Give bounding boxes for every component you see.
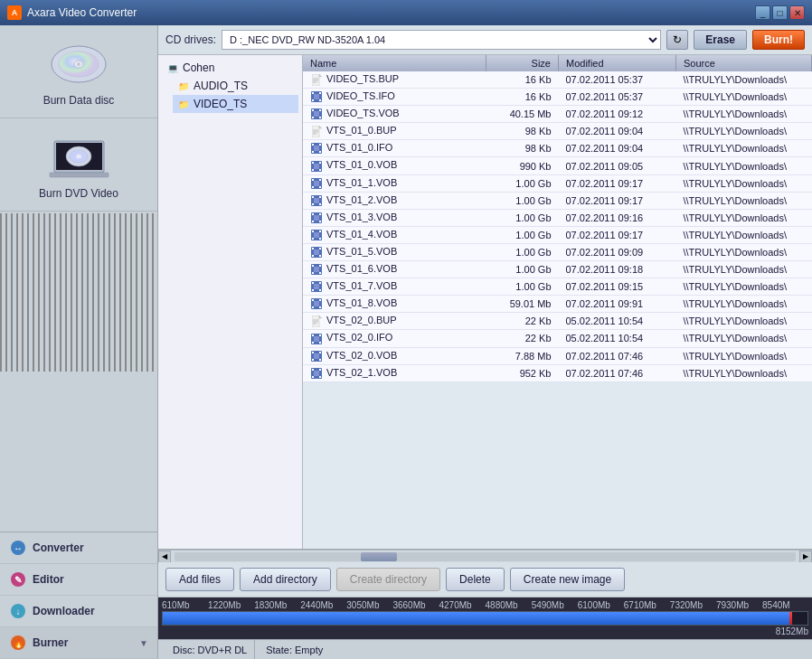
table-row[interactable]: VTS_02_0.VOB 7.88 Mb 07.02.2011 07:46 \\… <box>303 347 812 364</box>
add-directory-button[interactable]: Add directory <box>240 568 331 591</box>
nav-editor[interactable]: ✎ Editor <box>0 564 157 596</box>
svg-point-8 <box>76 154 81 158</box>
table-row[interactable]: VIDEO_TS.VOB 40.15 Mb 07.02.2011 09:12 \… <box>303 106 812 123</box>
nav-burner-label: Burner <box>33 636 68 649</box>
svg-rect-43 <box>319 144 321 146</box>
svg-rect-63 <box>314 198 319 203</box>
svg-rect-91 <box>319 282 321 284</box>
horizontal-scrollbar[interactable]: ◀ ▶ <box>158 550 812 562</box>
cell-name: VTS_01_7.VOB <box>303 278 486 296</box>
burn-dvd-video-item[interactable]: Burn DVD Video <box>0 118 157 212</box>
svg-rect-87 <box>314 267 319 272</box>
table-row[interactable]: VTS_01_5.VOB 1.00 Gb 07.02.2011 09:09 \\… <box>303 243 812 260</box>
svg-rect-107 <box>312 342 314 344</box>
main-container: Burn Data disc Burn <box>0 25 812 659</box>
create-new-image-button[interactable]: Create new image <box>510 568 625 591</box>
scroll-right-arrow[interactable]: ▶ <box>799 551 812 563</box>
burner-icon: 🔥 <box>9 634 27 652</box>
col-name[interactable]: Name <box>303 55 486 71</box>
table-row[interactable]: VTS_02_0.BUP 22 Kb 05.02.2011 10:54 \\TR… <box>303 313 812 330</box>
cell-size: 990 Kb <box>486 157 559 174</box>
svg-rect-112 <box>312 352 314 353</box>
folder-icon-video: 📁 <box>176 97 191 111</box>
table-row[interactable]: VTS_01_6.VOB 1.00 Gb 07.02.2011 09:18 \\… <box>303 261 812 278</box>
table-row[interactable]: VTS_01_0.VOB 990 Kb 07.02.2011 09:05 \\T… <box>303 157 812 174</box>
capacity-label-item: 3660Mb <box>392 600 439 610</box>
table-row[interactable]: VTS_02_1.VOB 952 Kb 07.02.2011 07:46 \\T… <box>303 364 812 381</box>
minimize-button[interactable]: _ <box>755 5 770 20</box>
svg-rect-110 <box>314 336 319 342</box>
cell-source: \\TRULYLY\Downloads\ <box>676 157 812 174</box>
table-row[interactable]: VIDEO_TS.BUP 16 Kb 07.02.2011 05:37 \\TR… <box>303 71 812 89</box>
cell-name: VTS_02_0.VOB <box>303 347 486 364</box>
close-button[interactable]: ✕ <box>789 5 805 20</box>
col-modified[interactable]: Modified <box>559 55 676 71</box>
cell-source: \\TRULYLY\Downloads\ <box>676 89 812 106</box>
cell-modified: 07.02.2011 09:91 <box>559 296 676 313</box>
cell-modified: 07.02.2011 09:04 <box>559 123 676 140</box>
table-row[interactable]: VTS_01_1.VOB 1.00 Gb 07.02.2011 09:17 \\… <box>303 174 812 192</box>
burn-data-disc-item[interactable]: Burn Data disc <box>0 25 157 118</box>
col-size[interactable]: Size <box>486 55 559 71</box>
maximize-button[interactable]: □ <box>772 5 788 20</box>
erase-button[interactable]: Erase <box>694 30 747 50</box>
title-bar: A Axara Video Converter _ □ ✕ <box>0 0 812 25</box>
nav-section: ↔ Converter ✎ Editor <box>0 532 157 659</box>
tree-audio-ts[interactable]: 📁 AUDIO_TS <box>173 77 298 95</box>
tree-video-ts[interactable]: 📁 VIDEO_TS <box>173 95 298 113</box>
cell-modified: 07.02.2011 07:46 <box>559 347 676 364</box>
cell-size: 1.00 Gb <box>486 192 559 209</box>
cell-size: 1.00 Gb <box>486 243 559 260</box>
svg-rect-55 <box>319 179 321 181</box>
table-row[interactable]: VTS_01_3.VOB 1.00 Gb 07.02.2011 09:16 \\… <box>303 209 812 226</box>
scroll-left-arrow[interactable]: ◀ <box>158 551 171 563</box>
table-row[interactable]: VTS_01_8.VOB 59.01 Mb 07.02.2011 09:91 \… <box>303 296 812 313</box>
capacity-label-item: 4270Mb <box>439 600 485 610</box>
cell-modified: 07.02.2011 09:09 <box>559 243 676 260</box>
add-files-button[interactable]: Add files <box>165 568 234 591</box>
table-row[interactable]: VIDEO_TS.IFO 16 Kb 07.02.2011 05:37 \\TR… <box>303 89 812 106</box>
film-icon <box>310 297 323 310</box>
svg-point-3 <box>77 62 80 66</box>
nav-burner[interactable]: 🔥 Burner ▼ <box>0 627 157 659</box>
cell-name: VTS_02_0.BUP <box>303 313 486 330</box>
svg-rect-62 <box>319 203 321 205</box>
table-row[interactable]: VTS_02_0.IFO 22 Kb 05.02.2011 10:54 \\TR… <box>303 330 812 347</box>
nav-downloader[interactable]: ↓ Downloader <box>0 596 157 627</box>
table-row[interactable]: VTS_01_0.IFO 98 Kb 07.02.2011 09:04 \\TR… <box>303 140 812 157</box>
tree-root[interactable]: 💻 Cohen <box>162 59 298 77</box>
film-icon <box>310 90 323 103</box>
film-icon <box>310 280 323 293</box>
capacity-label-item: 3050Mb <box>346 600 392 610</box>
table-row[interactable]: VTS_01_0.BUP 98 Kb 07.02.2011 09:04 \\TR… <box>303 123 812 140</box>
cell-modified: 07.02.2011 09:17 <box>559 226 676 243</box>
table-row[interactable]: VTS_01_7.VOB 1.00 Gb 07.02.2011 09:15 \\… <box>303 278 812 296</box>
svg-rect-86 <box>319 272 321 274</box>
cell-source: \\TRULYLY\Downloads\ <box>676 261 812 278</box>
col-source[interactable]: Source <box>676 55 812 71</box>
table-row[interactable]: VTS_01_4.VOB 1.00 Gb 07.02.2011 09:17 \\… <box>303 226 812 243</box>
create-directory-button[interactable]: Create directory <box>336 568 440 591</box>
svg-rect-73 <box>319 231 321 232</box>
cell-size: 1.00 Gb <box>486 226 559 243</box>
scroll-thumb[interactable] <box>361 552 397 561</box>
svg-rect-26 <box>319 92 321 94</box>
burn-button[interactable]: Burn! <box>752 30 805 50</box>
svg-rect-49 <box>319 162 321 164</box>
cd-drives-select[interactable]: D :_NEC DVD_RW ND-3520A 1.04 <box>222 30 661 50</box>
svg-rect-79 <box>319 248 321 249</box>
content-area: Burn Data disc Burn <box>0 25 812 659</box>
svg-rect-109 <box>319 342 321 344</box>
cell-name: VIDEO_TS.BUP <box>303 71 486 89</box>
delete-button[interactable]: Delete <box>446 568 505 591</box>
scroll-track[interactable] <box>175 552 796 561</box>
svg-rect-9 <box>50 173 109 177</box>
file-area: 💻 Cohen 📁 AUDIO_TS 📁 VIDEO_TS <box>158 55 812 550</box>
cd-drives-bar: CD drives: D :_NEC DVD_RW ND-3520A 1.04 … <box>158 25 812 55</box>
refresh-button[interactable]: ↻ <box>666 30 688 50</box>
svg-rect-68 <box>319 221 321 222</box>
svg-rect-30 <box>312 109 314 111</box>
svg-rect-83 <box>312 265 314 267</box>
nav-converter[interactable]: ↔ Converter <box>0 532 157 564</box>
table-row[interactable]: VTS_01_2.VOB 1.00 Gb 07.02.2011 09:17 \\… <box>303 192 812 209</box>
